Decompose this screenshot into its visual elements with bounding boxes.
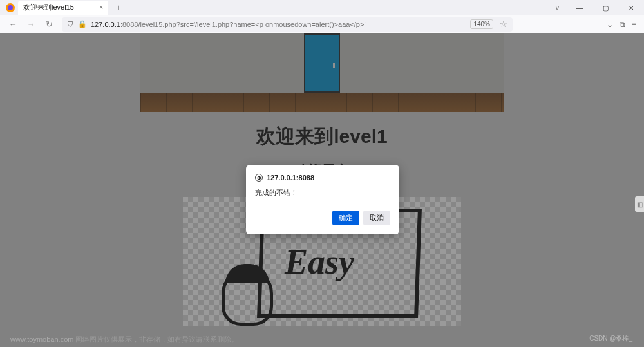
window-dropdown-icon[interactable]: ∨ xyxy=(554,3,560,12)
url-path: :8088/level15.php?src='/level1.php?name=… xyxy=(120,21,366,28)
back-button[interactable]: ← xyxy=(8,19,18,29)
url-bar[interactable]: ⛉ 🔒 127.0.0.1:8088/level15.php?src='/lev… xyxy=(62,17,513,32)
side-badge[interactable]: ◧ xyxy=(635,196,644,212)
minimize-button[interactable]: — xyxy=(567,0,592,15)
tab-active[interactable]: 欢迎来到level15 × xyxy=(18,1,108,15)
new-tab-button[interactable]: + xyxy=(112,3,125,13)
shield-icon[interactable]: ⛉ xyxy=(67,21,74,28)
dialog-host: 127.0.0.1:8088 xyxy=(267,174,314,182)
maximize-button[interactable]: ▢ xyxy=(592,0,618,15)
forward-button[interactable]: → xyxy=(26,19,36,29)
credit-text: CSDN @桑梓_ xyxy=(589,334,632,343)
tab-title: 欢迎来到level15 xyxy=(23,3,74,12)
svg-point-1 xyxy=(8,5,13,10)
lock-icon[interactable]: 🔒 xyxy=(78,20,87,28)
firefox-icon xyxy=(5,3,15,13)
zoom-badge[interactable]: 140% xyxy=(470,19,493,29)
window-controls: — ▢ ✕ xyxy=(567,0,644,15)
reload-button[interactable]: ↻ xyxy=(44,19,54,29)
footer-text: www.toymoban.com 网络图片仅供展示，非存储，如有异议请联系删除。 xyxy=(10,335,239,344)
extension-icon[interactable]: ⧉ xyxy=(620,20,625,29)
ok-button[interactable]: 确定 xyxy=(332,211,359,225)
tab-close-icon[interactable]: × xyxy=(94,4,103,11)
close-window-button[interactable]: ✕ xyxy=(618,0,644,15)
alert-dialog: ⊕ 127.0.0.1:8088 完成的不错！ 确定 取消 xyxy=(246,165,399,234)
dialog-header: ⊕ 127.0.0.1:8088 xyxy=(255,174,390,182)
bookmark-star-icon[interactable]: ☆ xyxy=(500,19,507,29)
pocket-icon[interactable]: ⌄ xyxy=(607,20,613,29)
footer-domain: www.toymoban.com xyxy=(10,335,73,343)
footer-note: 网络图片仅供展示，非存储，如有异议请联系删除。 xyxy=(73,335,238,343)
toolbar-right: ⌄ ⧉ ≡ xyxy=(607,20,636,29)
globe-icon: ⊕ xyxy=(255,174,263,182)
hamburger-menu-icon[interactable]: ≡ xyxy=(632,20,636,29)
cancel-button[interactable]: 取消 xyxy=(363,211,390,225)
dialog-buttons: 确定 取消 xyxy=(255,211,390,225)
dialog-message: 完成的不错！ xyxy=(255,188,390,198)
tab-bar: 欢迎来到level15 × + xyxy=(0,0,644,15)
url-host: 127.0.0.1 xyxy=(91,21,120,28)
toolbar: ← → ↻ ⛉ 🔒 127.0.0.1:8088/level15.php?src… xyxy=(0,15,644,33)
url-text: 127.0.0.1:8088/level15.php?src='/level1.… xyxy=(91,21,366,28)
